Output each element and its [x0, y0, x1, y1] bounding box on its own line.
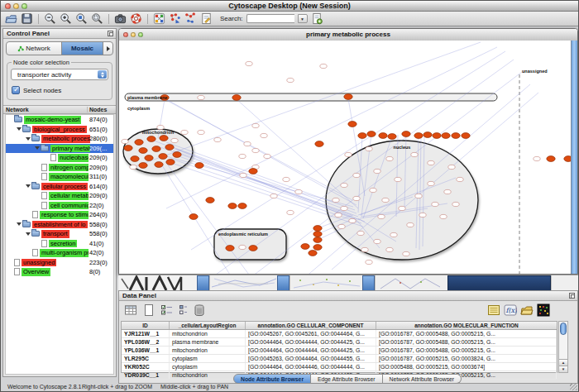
tree-row-7[interactable]: cellular process614(0) [6, 182, 113, 192]
graph-node-highlighted[interactable] [358, 133, 366, 139]
graph-node[interactable] [448, 165, 455, 169]
float-panel-icon[interactable] [108, 31, 113, 36]
graph-node-highlighted[interactable] [147, 136, 156, 142]
graph-node[interactable] [415, 194, 422, 198]
background-titlebar-fragment[interactable] [197, 275, 209, 290]
vertical-scrollbar[interactable] [571, 41, 577, 274]
expand-arrow-icon[interactable] [26, 137, 31, 141]
graph-node[interactable] [366, 146, 372, 151]
graph-node[interactable] [353, 196, 360, 200]
search-dropdown-icon[interactable]: ▼ [298, 14, 308, 23]
graph-node[interactable] [411, 152, 418, 156]
graph-node[interactable] [157, 125, 164, 129]
tree-row-5[interactable]: nitrogen compo209(0) [6, 163, 113, 173]
graph-node-highlighted[interactable] [139, 163, 147, 169]
graph-node[interactable] [390, 232, 397, 237]
graph-node[interactable] [370, 188, 376, 192]
graph-node[interactable] [395, 177, 401, 181]
graph-node[interactable] [214, 137, 221, 141]
frame-minimize-button[interactable] [131, 32, 136, 37]
graph-node-highlighted[interactable] [442, 133, 450, 139]
graph-node-highlighted[interactable] [309, 251, 317, 256]
delete-attribute-trash-icon[interactable] [193, 304, 206, 317]
graph-node[interactable] [335, 213, 342, 217]
column-header-region[interactable]: _cellularLayoutRegion [170, 322, 246, 329]
help-lifering-icon[interactable] [130, 12, 142, 25]
tree-row-0[interactable]: mosaic-demo-yeast874(0) [6, 115, 113, 125]
network-canvas[interactable]: plasma membrane cytoplasm mitochondrion … [119, 41, 572, 274]
graph-node-highlighted[interactable] [160, 136, 168, 141]
graph-node-highlighted[interactable] [379, 133, 387, 139]
graph-node[interactable] [361, 247, 368, 251]
heatmap-matrix-icon[interactable] [537, 304, 550, 317]
formula-fx-icon[interactable]: f(x) [504, 304, 517, 317]
tab-mosaic[interactable]: Mosaic [62, 42, 103, 55]
expand-arrow-icon[interactable] [17, 222, 22, 226]
expand-arrow-icon[interactable] [17, 127, 22, 131]
graph-node[interactable] [295, 189, 302, 194]
tree-row-16[interactable]: Overview8(0) [6, 267, 113, 277]
graph-node-highlighted[interactable] [402, 131, 410, 137]
graph-node[interactable] [403, 251, 409, 256]
graph-node-highlighted[interactable] [367, 131, 376, 137]
tree-row-11[interactable]: establishment of lo558(0) [6, 220, 113, 230]
graph-node[interactable] [353, 173, 360, 177]
tree-row-12[interactable]: transport558(0) [6, 229, 113, 239]
zoom-in-icon[interactable] [60, 12, 72, 25]
tree-row-1[interactable]: biological_process651(0) [6, 125, 113, 135]
graph-node-highlighted[interactable] [189, 214, 198, 220]
graph-node[interactable] [452, 202, 459, 206]
graph-node[interactable] [341, 206, 347, 210]
graph-node-highlighted[interactable] [388, 134, 396, 140]
tab-network[interactable]: Network [7, 42, 62, 55]
tree-row-9[interactable]: cell communicat22(0) [6, 201, 113, 211]
frame-close-button[interactable] [123, 32, 128, 37]
resize-grip[interactable] [570, 383, 577, 390]
select-attributes-icon[interactable] [124, 304, 137, 317]
frame-zoom-button[interactable] [138, 32, 143, 37]
graph-node[interactable] [440, 214, 447, 218]
graph-node[interactable] [444, 189, 451, 194]
graph-node[interactable] [171, 138, 178, 142]
graph-node[interactable] [130, 165, 136, 169]
graph-node-highlighted[interactable] [145, 155, 153, 161]
graph-node-highlighted[interactable] [452, 133, 460, 139]
tree-row-8[interactable]: cellular metabo209(0) [6, 191, 113, 201]
graph-node[interactable] [432, 202, 438, 206]
graph-node-highlighted[interactable] [344, 94, 352, 100]
graph-node-highlighted[interactable] [414, 133, 423, 139]
graph-node[interactable] [382, 198, 389, 202]
zoom-button[interactable] [22, 3, 27, 9]
graph-node[interactable] [374, 239, 380, 243]
new-attribute-icon[interactable] [142, 304, 156, 317]
column-header-id[interactable]: ID [122, 322, 170, 329]
graph-node[interactable] [252, 123, 259, 127]
column-header-cellular-component[interactable]: annotation.GO CELLULAR_COMPONENT [246, 322, 376, 329]
graph-node-highlighted[interactable] [423, 132, 432, 138]
graph-node-highlighted[interactable] [249, 246, 257, 251]
graph-node[interactable] [386, 247, 393, 251]
minimize-button[interactable] [13, 3, 19, 9]
graph-node[interactable] [345, 152, 352, 156]
graph-node-highlighted[interactable] [433, 133, 441, 139]
graph-node[interactable] [419, 213, 426, 217]
graph-node-highlighted[interactable] [166, 160, 175, 165]
table-row-1[interactable]: YPL036W__2plasma membrane[GO:0044464, GO… [122, 338, 557, 347]
tree-row-2[interactable]: metabolic process280(0) [6, 134, 113, 144]
zoom-fit-icon[interactable] [91, 12, 103, 25]
table-row-4[interactable]: YKR052Ccytoplasm[GO:0044464, GO:0044446,… [122, 363, 557, 371]
graph-node[interactable] [534, 156, 540, 160]
color-attribute-dropdown[interactable]: transporter activity [11, 69, 108, 80]
graph-node[interactable] [244, 141, 251, 146]
layout-network-b-icon[interactable] [184, 12, 197, 25]
graph-node[interactable] [252, 148, 259, 152]
graph-node-highlighted[interactable] [301, 244, 309, 250]
tree-row-3[interactable]: primary metabol209(... [6, 144, 113, 154]
scrollbar-thumb[interactable] [560, 323, 567, 335]
graph-node-highlighted[interactable] [313, 245, 322, 251]
graph-node-highlighted[interactable] [249, 169, 257, 174]
plasma-membrane-region[interactable] [125, 93, 497, 101]
notes-icon[interactable] [487, 304, 500, 317]
graph-node-highlighted[interactable] [124, 146, 132, 151]
graph-node[interactable] [239, 154, 246, 158]
